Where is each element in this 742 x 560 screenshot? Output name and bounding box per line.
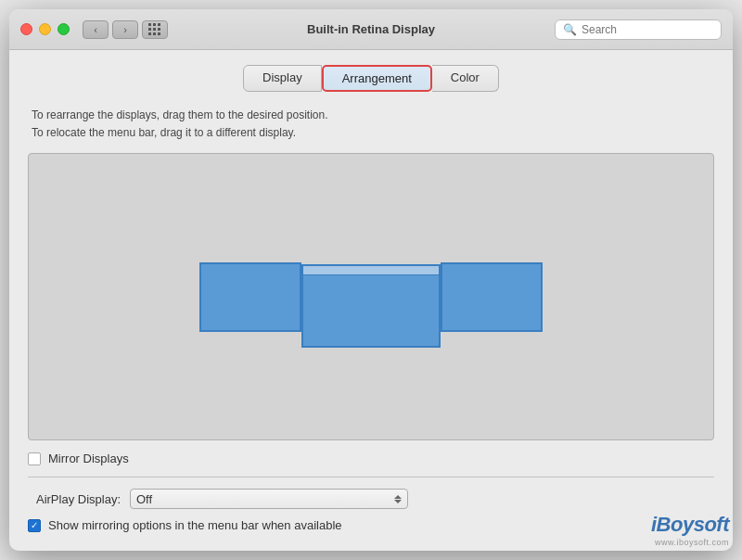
select-arrow-icon: [394, 495, 402, 503]
airplay-label: AirPlay Display:: [28, 492, 121, 506]
forward-button[interactable]: ›: [112, 20, 138, 39]
nav-buttons: ‹ ›: [83, 20, 138, 39]
tab-bar: Display Arrangement Color: [28, 65, 714, 92]
airplay-value: Off: [136, 492, 152, 506]
menu-bar-indicator: [303, 266, 439, 275]
search-box[interactable]: 🔍: [555, 19, 722, 40]
tab-arrangement[interactable]: Arrangement: [322, 65, 432, 92]
traffic-lights: [20, 23, 70, 35]
watermark: iBoysoft www.iboysoft.com: [651, 513, 729, 547]
main-window: ‹ › Built-in Retina Display 🔍 Display Ar…: [9, 9, 733, 551]
window-title: Built-in Retina Display: [307, 22, 435, 36]
tab-color[interactable]: Color: [432, 65, 499, 92]
grid-button[interactable]: [142, 20, 168, 39]
back-button[interactable]: ‹: [83, 20, 109, 39]
show-mirroring-checkbox[interactable]: ✓: [28, 519, 41, 532]
forward-icon: ›: [123, 24, 127, 35]
description-line2: To relocate the menu bar, drag it to a d…: [32, 124, 714, 142]
mirror-displays-label: Mirror Displays: [48, 452, 129, 465]
back-icon: ‹: [94, 24, 97, 35]
display-main[interactable]: [301, 264, 441, 348]
show-mirroring-row: ✓ Show mirroring options in the menu bar…: [28, 518, 714, 532]
description-line1: To rearrange the displays, drag them to …: [32, 107, 714, 124]
display-arrangement-area: [28, 153, 714, 440]
show-mirroring-label: Show mirroring options in the menu bar w…: [48, 518, 342, 532]
titlebar: ‹ › Built-in Retina Display 🔍: [9, 9, 733, 50]
mirror-displays-row: Mirror Displays: [28, 452, 714, 465]
tab-display[interactable]: Display: [243, 65, 322, 92]
grid-icon: [148, 23, 161, 36]
bottom-section: AirPlay Display: Off ✓ Show mirroring op…: [28, 477, 714, 532]
minimize-button[interactable]: [39, 23, 51, 35]
mirror-displays-checkbox[interactable]: [28, 452, 41, 465]
maximize-button[interactable]: [58, 23, 70, 35]
search-input[interactable]: [582, 23, 713, 36]
airplay-select[interactable]: Off: [130, 489, 408, 509]
display-secondary-left[interactable]: [199, 262, 301, 332]
display-secondary-right[interactable]: [441, 262, 543, 332]
search-icon: 🔍: [563, 23, 577, 36]
close-button[interactable]: [20, 23, 32, 35]
watermark-brand: iBoysoft: [651, 513, 729, 537]
watermark-sub: www.iboysoft.com: [655, 538, 729, 547]
airplay-row: AirPlay Display: Off: [28, 489, 714, 509]
content-area: Display Arrangement Color To rearrange t…: [9, 50, 733, 551]
displays-container: [199, 246, 543, 348]
description: To rearrange the displays, drag them to …: [28, 103, 714, 142]
